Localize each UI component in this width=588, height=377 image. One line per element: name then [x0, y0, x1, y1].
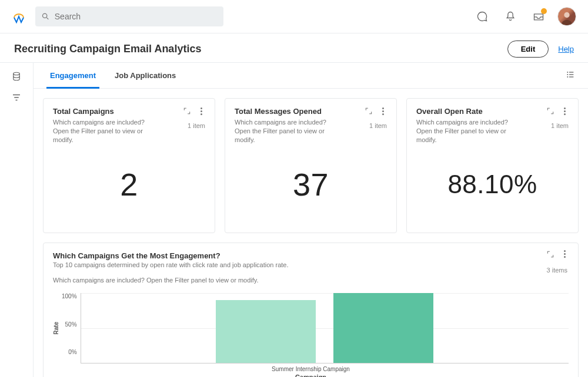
more-icon[interactable] [560, 250, 569, 258]
card-title: Overall Open Rate [416, 107, 483, 116]
card-total-campaigns: Total Campaigns Which campaigns are incl… [43, 98, 215, 233]
svg-point-7 [567, 72, 568, 73]
card-item-count: 1 item [188, 122, 205, 129]
chart-card: Which Campaigns Get the Most Engagement?… [43, 243, 579, 377]
x-axis-label: Campaign [53, 373, 569, 377]
data-icon[interactable] [11, 71, 22, 82]
card-title: Total Campaigns [53, 107, 114, 116]
card-item-count: 1 item [369, 122, 387, 129]
filter-icon[interactable] [11, 92, 22, 103]
card-value: 88.10% [416, 144, 569, 224]
svg-point-2 [564, 12, 569, 18]
app-logo[interactable] [12, 9, 26, 23]
card-value: 37 [235, 144, 387, 224]
expand-icon[interactable] [365, 107, 373, 115]
cards-row: Total Campaigns Which campaigns are incl… [34, 89, 588, 243]
card-subtitle: Which campaigns are included? Open the F… [235, 118, 338, 144]
expand-icon[interactable] [546, 107, 554, 115]
card-value: 2 [53, 144, 205, 224]
expand-icon[interactable] [546, 250, 554, 258]
svg-point-0 [42, 14, 46, 18]
tab-row: Engagement Job Applications [34, 63, 588, 89]
card-title: Total Messages Opened [235, 107, 322, 116]
inbox-badge [541, 8, 547, 14]
chart-bar[interactable] [216, 300, 316, 363]
expand-icon[interactable] [183, 107, 191, 115]
y-tick: 100% [62, 293, 77, 299]
chart-item-count: 3 items [547, 267, 567, 274]
edit-button[interactable]: Edit [507, 41, 549, 58]
y-tick: 0% [62, 349, 77, 355]
y-axis-ticks: 100% 50% 0% [62, 293, 81, 363]
search-icon [41, 12, 50, 21]
user-avatar[interactable] [557, 7, 576, 26]
chart-desc: Top 10 campaigns determined by open rate… [53, 261, 569, 268]
chart-title: Which Campaigns Get the Most Engagement? [53, 251, 569, 260]
more-icon[interactable] [197, 107, 205, 115]
top-bar [0, 0, 588, 33]
title-bar: Recruiting Campaign Email Analytics Edit… [0, 33, 588, 63]
chart-plot: Rate 100% 50% 0% [53, 293, 569, 363]
x-category-label: Summer Internship Campaign [53, 366, 569, 372]
svg-point-8 [567, 74, 568, 75]
search-box[interactable] [35, 6, 223, 26]
search-input[interactable] [55, 12, 218, 21]
chat-icon[interactable] [473, 7, 492, 26]
svg-point-3 [14, 72, 20, 75]
card-subtitle: Which campaigns are included? Open the F… [53, 118, 156, 144]
chart-bar[interactable] [333, 293, 433, 363]
card-total-messages-opened: Total Messages Opened Which campaigns ar… [225, 98, 397, 233]
inbox-icon[interactable] [529, 7, 548, 26]
list-view-icon[interactable] [560, 70, 581, 82]
tab-engagement[interactable]: Engagement [41, 63, 105, 88]
more-icon[interactable] [379, 107, 387, 115]
y-axis-label: Rate [53, 322, 59, 335]
card-item-count: 1 item [551, 122, 569, 129]
notifications-icon[interactable] [501, 7, 520, 26]
svg-point-9 [567, 76, 568, 78]
card-overall-open-rate: Overall Open Rate Which campaigns are in… [406, 98, 579, 233]
svg-line-1 [46, 18, 48, 19]
left-rail [0, 63, 33, 377]
y-tick: 50% [62, 321, 77, 328]
card-subtitle: Which campaigns are included? Open the F… [416, 118, 520, 144]
more-icon[interactable] [560, 107, 569, 115]
tab-job-applications[interactable]: Job Applications [105, 63, 185, 88]
chart-filter-note: Which campaigns are included? Open the F… [53, 277, 569, 284]
help-link[interactable]: Help [558, 45, 574, 53]
page-title: Recruiting Campaign Email Analytics [14, 43, 201, 55]
